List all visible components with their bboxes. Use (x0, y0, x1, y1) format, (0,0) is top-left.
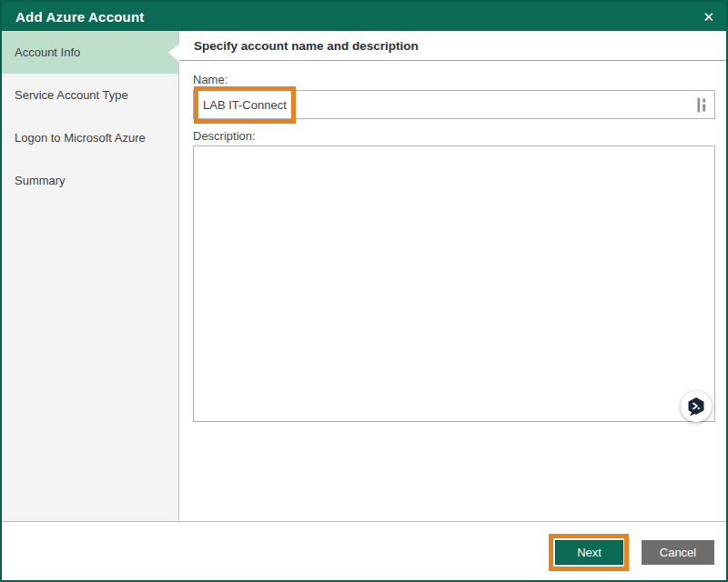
sidebar-item-label: Service Account Type (15, 88, 128, 102)
name-input[interactable] (203, 98, 697, 112)
description-field-label: Description: (193, 129, 256, 143)
name-field-label: Name: (193, 73, 228, 86)
chat-assistant-icon (686, 396, 706, 416)
add-azure-account-dialog: Add Azure Account ✕ Account Info Service… (0, 0, 728, 582)
cancel-button[interactable]: Cancel (642, 540, 714, 565)
sidebar-item-summary[interactable]: Summary (2, 159, 178, 202)
sidebar-item-logon-to-microsoft-azure[interactable]: Logon to Microsoft Azure (2, 116, 178, 159)
page-title-text: Specify account name and description (194, 39, 419, 53)
window-title: Add Azure Account (15, 9, 144, 25)
text-cursor-icon (697, 97, 707, 113)
sidebar-item-label: Account Info (15, 45, 80, 59)
close-icon[interactable]: ✕ (703, 10, 714, 24)
next-button[interactable]: Next (555, 540, 623, 565)
wizard-steps-sidebar: Account Info Service Account Type Logon … (2, 31, 179, 521)
titlebar: Add Azure Account ✕ (2, 2, 726, 31)
sidebar-item-service-account-type[interactable]: Service Account Type (2, 74, 178, 116)
sidebar-item-label: Logon to Microsoft Azure (15, 131, 146, 145)
description-textarea[interactable] (193, 146, 715, 422)
name-input-wrap (193, 90, 715, 119)
footer-divider (2, 521, 726, 522)
page-title: Specify account name and description (179, 31, 726, 61)
sidebar-item-account-info[interactable]: Account Info (2, 31, 178, 74)
sidebar-item-label: Summary (15, 174, 66, 187)
chat-assistant-button[interactable] (681, 391, 712, 422)
